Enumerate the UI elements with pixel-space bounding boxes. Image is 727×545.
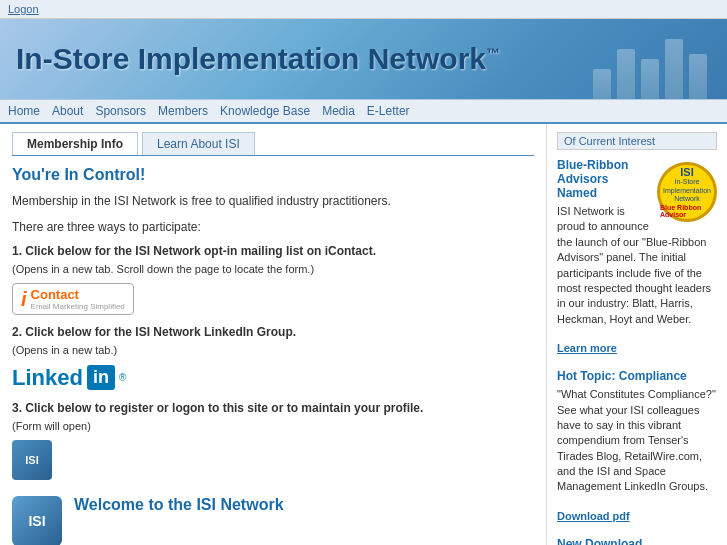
isi-logo-big: ISI xyxy=(12,496,62,545)
step-2-desc: (Opens in a new tab.) xyxy=(12,343,534,358)
icontact-contact: Contact xyxy=(31,287,79,302)
pillar-5 xyxy=(689,54,707,99)
tab-membership-info[interactable]: Membership Info xyxy=(12,132,138,155)
sidebar-compliance: Hot Topic: Compliance "What Constitutes … xyxy=(557,369,717,523)
badge-advisor-text: Blue Ribbon Advisor xyxy=(660,204,714,218)
icontact-logo-box[interactable]: i Contact Email Marketing Simplified xyxy=(12,283,534,315)
step-1-title: 1. Click below for the ISI Network opt-i… xyxy=(12,244,534,258)
tab-learn-about[interactable]: Learn About ISI xyxy=(142,132,255,155)
top-bar: Logon xyxy=(0,0,727,19)
logon-link[interactable]: Logon xyxy=(8,3,39,15)
sidebar-new-download: New Download "Improving Net Profit by Re… xyxy=(557,537,717,545)
icontact-text-group: Contact Email Marketing Simplified xyxy=(31,287,125,311)
step-3-desc: (Form will open) xyxy=(12,419,534,434)
main-content-area: You're In Control! Membership in the ISI… xyxy=(12,166,534,545)
participate-intro: There are three ways to participate: xyxy=(12,218,534,236)
step-1-desc: (Opens in a new tab. Scroll down the pag… xyxy=(12,262,534,277)
isi-logo-box[interactable]: ISI xyxy=(12,440,534,480)
blue-ribbon-link[interactable]: Learn more xyxy=(557,342,617,354)
isi-logo-small[interactable]: ISI xyxy=(12,440,52,480)
header-pillars xyxy=(593,19,707,99)
icontact-i: i xyxy=(21,288,27,311)
linkedin-logo[interactable]: Linked in ® xyxy=(12,365,126,391)
page-heading: You're In Control! xyxy=(12,166,534,184)
step-1: 1. Click below for the ISI Network opt-i… xyxy=(12,244,534,315)
icontact-logo[interactable]: i Contact Email Marketing Simplified xyxy=(12,283,134,315)
pillar-2 xyxy=(617,49,635,99)
nav-members[interactable]: Members xyxy=(158,104,208,118)
content-area: Membership Info Learn About ISI You're I… xyxy=(0,124,727,545)
badge-sub-text: In-Store Implementation Network xyxy=(660,178,714,203)
site-title: In-Store Implementation Network™ xyxy=(16,42,500,76)
pillar-4 xyxy=(665,39,683,99)
nav-eletter[interactable]: E-Letter xyxy=(367,104,410,118)
blue-ribbon-body: ISI Network is proud to announce the lau… xyxy=(557,204,717,327)
right-sidebar: Of Current Interest ISI In-Store Impleme… xyxy=(547,124,727,545)
linkedin-linked: Linked xyxy=(12,365,83,391)
intro-text: Membership in the ISI Network is free to… xyxy=(12,192,534,210)
main-nav: Home About Sponsors Members Knowledge Ba… xyxy=(0,99,727,124)
compliance-link[interactable]: Download pdf xyxy=(557,510,630,522)
nav-media[interactable]: Media xyxy=(322,104,355,118)
nav-home[interactable]: Home xyxy=(8,104,40,118)
tab-bar: Membership Info Learn About ISI xyxy=(12,132,534,156)
pillar-3 xyxy=(641,59,659,99)
header-banner: In-Store Implementation Network™ xyxy=(0,19,727,99)
sidebar-section-title: Of Current Interest xyxy=(557,132,717,150)
compliance-body: "What Constitutes Compliance?" See what … xyxy=(557,387,717,495)
sidebar-blue-ribbon: ISI In-Store Implementation Network Blue… xyxy=(557,158,717,355)
welcome-section: ISI Welcome to the ISI Network xyxy=(12,496,534,545)
pillar-1 xyxy=(593,69,611,99)
nav-about[interactable]: About xyxy=(52,104,83,118)
main-column: Membership Info Learn About ISI You're I… xyxy=(0,124,547,545)
icontact-tagline: Email Marketing Simplified xyxy=(31,302,125,311)
step-2: 2. Click below for the ISI Network Linke… xyxy=(12,325,534,390)
nav-knowledge[interactable]: Knowledge Base xyxy=(220,104,310,118)
step-3-title: 3. Click below to register or logon to t… xyxy=(12,401,534,415)
welcome-heading: Welcome to the ISI Network xyxy=(74,496,284,514)
linkedin-registered: ® xyxy=(119,372,126,383)
linkedin-logo-box[interactable]: Linked in ® xyxy=(12,365,534,391)
step-3: 3. Click below to register or logon to t… xyxy=(12,401,534,480)
isi-badge: ISI In-Store Implementation Network Blue… xyxy=(657,162,717,222)
compliance-heading: Hot Topic: Compliance xyxy=(557,369,717,383)
linkedin-in: in xyxy=(87,365,115,390)
new-download-heading: New Download xyxy=(557,537,717,545)
nav-sponsors[interactable]: Sponsors xyxy=(95,104,146,118)
badge-isi-text: ISI xyxy=(680,166,693,178)
step-2-title: 2. Click below for the ISI Network Linke… xyxy=(12,325,534,339)
